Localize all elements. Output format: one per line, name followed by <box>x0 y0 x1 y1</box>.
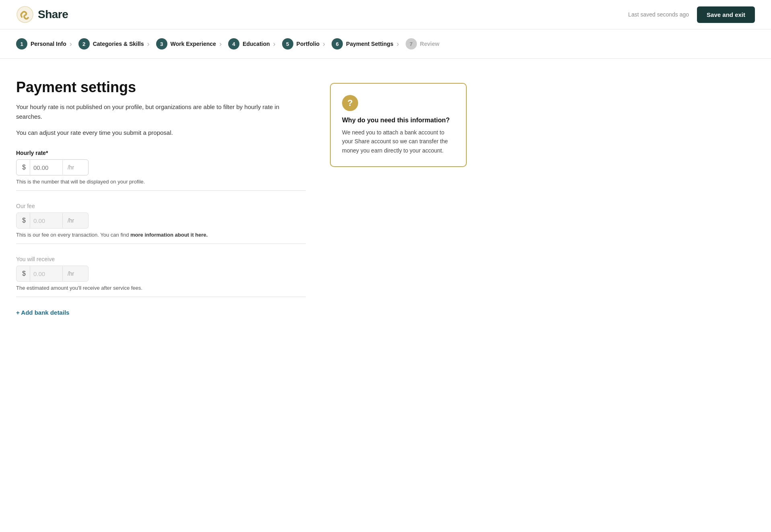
step-3-label: Work Experience <box>171 41 216 47</box>
header: Share Last saved seconds ago Save and ex… <box>0 0 771 29</box>
step-5-circle: 5 <box>282 38 293 49</box>
our-fee-group: Our fee $ /hr This is our fee on every t… <box>16 203 306 244</box>
header-right: Last saved seconds ago Save and exit <box>628 6 755 23</box>
hourly-rate-group: Hourly rate* $ /hr This is the number th… <box>16 150 306 191</box>
step-2[interactable]: 2 Categories & Skills <box>66 38 144 49</box>
last-saved-text: Last saved seconds ago <box>628 11 689 18</box>
info-box: ? Why do you need this information? We n… <box>330 83 467 167</box>
step-3-circle: 3 <box>156 38 167 49</box>
steps-nav: 1 Personal Info 2 Categories & Skills 3 … <box>0 29 771 59</box>
info-box-icon: ? <box>342 95 358 111</box>
step-2-label: Categories & Skills <box>93 41 144 47</box>
step-7[interactable]: 7 Review <box>394 38 439 49</box>
step-5-label: Portfolio <box>297 41 320 47</box>
logo-icon <box>16 6 34 23</box>
step-6-label: Payment Settings <box>346 41 393 47</box>
left-section: Payment settings Your hourly rate is not… <box>16 79 306 316</box>
our-fee-suffix: /hr <box>62 213 79 228</box>
right-section: ? Why do you need this information? We n… <box>330 79 467 316</box>
step-4-circle: 4 <box>228 38 239 49</box>
step-6-circle: 6 <box>332 38 343 49</box>
step-7-label: Review <box>420 41 439 47</box>
hourly-rate-input[interactable] <box>30 160 62 175</box>
hourly-rate-hint: This is the number that will be displaye… <box>16 179 306 191</box>
save-exit-button[interactable]: Save and exit <box>697 6 755 23</box>
our-fee-input <box>30 213 62 228</box>
step-7-circle: 7 <box>406 38 417 49</box>
info-box-text: We need you to attach a bank account to … <box>342 128 455 155</box>
step-3[interactable]: 3 Work Experience <box>144 38 216 49</box>
you-receive-hint: The estimated amount you'll receive afte… <box>16 285 306 297</box>
info-box-title: Why do you need this information? <box>342 117 455 124</box>
step-2-circle: 2 <box>78 38 90 49</box>
our-fee-input-row: $ /hr <box>16 212 89 229</box>
page-desc-2: You can adjust your rate every time you … <box>16 128 306 138</box>
main-content: Payment settings Your hourly rate is not… <box>0 59 483 336</box>
our-fee-hint-link[interactable]: more information about it here. <box>130 232 208 238</box>
page-title: Payment settings <box>16 79 306 96</box>
hourly-rate-dollar-sign: $ <box>16 160 30 175</box>
logo-text: Share <box>38 8 68 21</box>
step-5[interactable]: 5 Portfolio <box>270 38 320 49</box>
step-1-label: Personal Info <box>31 41 66 47</box>
logo: Share <box>16 6 68 23</box>
our-fee-hint-prefix: This is our fee on every transaction. Yo… <box>16 232 130 238</box>
you-receive-input <box>30 266 62 281</box>
step-1-circle: 1 <box>16 38 27 49</box>
you-receive-input-row: $ /hr <box>16 266 89 282</box>
hourly-rate-label: Hourly rate* <box>16 150 306 156</box>
you-receive-dollar-sign: $ <box>16 266 30 281</box>
you-receive-label: You will receive <box>16 256 306 262</box>
hourly-rate-suffix: /hr <box>62 160 79 175</box>
our-fee-label: Our fee <box>16 203 306 209</box>
our-fee-hint: This is our fee on every transaction. Yo… <box>16 232 306 244</box>
hourly-rate-input-row: $ /hr <box>16 159 89 175</box>
our-fee-dollar-sign: $ <box>16 213 30 228</box>
step-4-label: Education <box>243 41 270 47</box>
add-bank-link[interactable]: + Add bank details <box>16 309 69 316</box>
step-6[interactable]: 6 Payment Settings <box>320 38 393 49</box>
step-1[interactable]: 1 Personal Info <box>16 38 66 49</box>
you-receive-group: You will receive $ /hr The estimated amo… <box>16 256 306 297</box>
you-receive-suffix: /hr <box>62 266 79 281</box>
step-4[interactable]: 4 Education <box>216 38 270 49</box>
page-desc-1: Your hourly rate is not published on you… <box>16 102 306 122</box>
